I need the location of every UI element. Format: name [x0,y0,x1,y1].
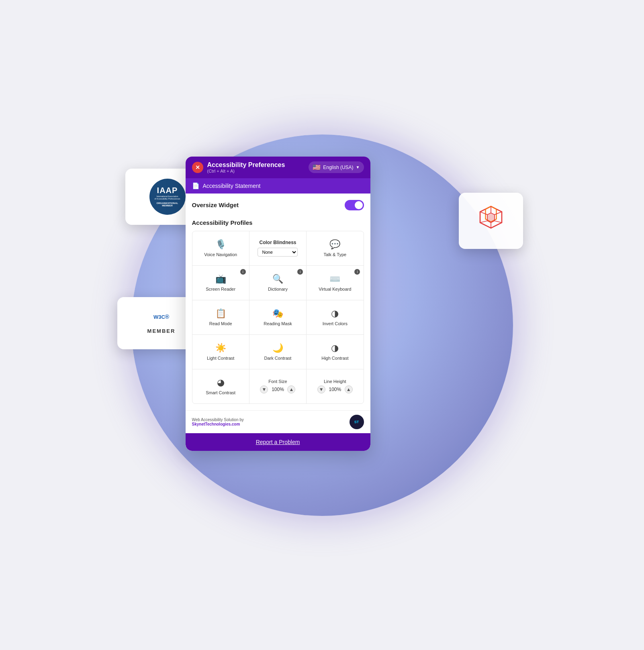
oversize-label: Oversize Widget [192,202,239,208]
w3c-member: MEMBER [147,328,176,334]
font-size-decrease-button[interactable]: ▼ [260,385,268,393]
color-blindness-cell: Color Blindness None Protanopia Deuteran… [249,231,307,265]
document-icon: 📄 [192,182,200,189]
iaap-badge: IAAP International Associationof Accessi… [149,179,186,215]
line-height-controls: ▼ 100% ▲ [317,385,353,393]
line-height-cell: Line Height ▼ 100% ▲ [307,369,363,403]
microphone-icon: 🎙️ [215,239,226,250]
feature-grid: 🎙️ Voice Navigation Color Blindness None… [192,231,364,404]
sun-icon: ☀️ [215,343,226,353]
panel-body: Oversize Widget Accessibility Profiles 🎙… [186,194,370,410]
dictionary-cell[interactable]: i 🔍 Dictionary [249,266,307,300]
feature-row-4: ☀️ Light Contrast 🌙 Dark Contrast ◑ High… [192,335,364,369]
light-contrast-label: Light Contrast [207,356,234,361]
svg-line-6 [495,221,502,223]
accessibility-panel: ✕ Accessibility Preferences (Ctrl + Alt … [186,157,370,451]
moon-icon: 🌙 [272,343,283,353]
panel-shortcut: (Ctrl + Alt + A) [207,169,285,173]
color-blindness-select[interactable]: None Protanopia Deuteranopia Tritanopia [258,248,298,257]
laravel-card [459,193,523,249]
feature-row-3: 📋 Read Mode 🎭 Reading Mask ◑ Invert Colo… [192,300,364,335]
virtual-keyboard-cell[interactable]: i ⌨️ Virtual Keyboard [307,266,363,300]
line-height-increase-button[interactable]: ▲ [345,385,353,393]
reading-mask-icon: 🎭 [272,308,283,319]
feature-row-5: ◕ Smart Contrast Font Size ▼ 100% ▲ [192,369,364,403]
reading-mask-label: Reading Mask [264,321,292,326]
read-mode-label: Read Mode [209,321,232,326]
dark-contrast-label: Dark Contrast [264,356,292,361]
scene: IAAP International Associationof Accessi… [101,104,543,546]
oversize-toggle[interactable] [345,200,364,210]
panel-title: Accessibility Preferences [207,161,285,169]
laravel-icon [473,203,509,239]
color-blindness-label: Color Blindness [259,240,296,245]
language-selector[interactable]: 🇺🇸 English (USA) ▼ [309,161,364,173]
voice-navigation-label: Voice Navigation [204,252,237,257]
dictionary-icon: 🔍 [272,274,283,284]
w3c-logo: W3C® [153,312,169,326]
font-size-label: Font Size [268,379,287,384]
screen-reader-info-icon: i [240,269,246,275]
accessibility-statement-bar[interactable]: 📄 Accessibility Statement [186,178,370,194]
high-contrast-icon: ◑ [331,343,339,353]
font-size-cell: Font Size ▼ 100% ▲ [249,369,307,403]
flag-icon: 🇺🇸 [313,163,321,171]
language-text: English (USA) [323,165,353,170]
profiles-label: Accessibility Profiles [192,219,364,226]
panel-header-left: ✕ Accessibility Preferences (Ctrl + Alt … [192,161,285,173]
chevron-down-icon: ▼ [356,165,360,169]
footer-line1: Web Accessibility Solution by [192,418,244,422]
svg-line-7 [480,221,487,223]
high-contrast-label: High Contrast [321,356,348,361]
chat-icon: 💬 [329,239,340,250]
skynet-logo: ST [350,415,364,429]
svg-marker-2 [487,213,495,222]
feature-row-1: 🎙️ Voice Navigation Color Blindness None… [192,231,364,266]
panel-title-block: Accessibility Preferences (Ctrl + Alt + … [207,161,285,173]
dark-contrast-cell[interactable]: 🌙 Dark Contrast [249,335,307,369]
invert-colors-cell[interactable]: ◑ Invert Colors [307,300,363,334]
panel-header: ✕ Accessibility Preferences (Ctrl + Alt … [186,157,370,178]
talk-type-label: Talk & Type [323,252,346,257]
dictionary-info-icon: i [297,269,303,275]
footer-line2: SkynetTechnologies.com [192,422,244,426]
report-problem-button[interactable]: Report a Problem [186,433,370,451]
iaap-title: IAAP [157,186,178,195]
toggle-knob [355,201,363,209]
screen-reader-cell[interactable]: i 📺 Screen Reader [192,266,249,300]
font-size-controls: ▼ 100% ▲ [260,385,295,393]
svg-line-5 [480,212,487,214]
reading-mask-cell[interactable]: 🎭 Reading Mask [249,300,307,334]
screen-reader-label: Screen Reader [206,287,235,291]
iaap-org: ORGANIZATIONAL MEMBER [154,201,181,208]
line-height-decrease-button[interactable]: ▼ [317,385,325,393]
smart-contrast-cell[interactable]: ◕ Smart Contrast [192,369,249,403]
light-contrast-cell[interactable]: ☀️ Light Contrast [192,335,249,369]
read-mode-cell[interactable]: 📋 Read Mode [192,300,249,334]
smart-contrast-label: Smart Contrast [206,390,235,395]
iaap-subtitle: International Associationof Accessibilit… [153,195,182,200]
screen-reader-icon: 📺 [215,274,226,284]
line-height-value: 100% [328,387,342,392]
font-size-value: 100% [270,387,285,392]
smart-contrast-icon: ◕ [217,377,225,388]
high-contrast-cell[interactable]: ◑ High Contrast [307,335,363,369]
talk-and-type-cell[interactable]: 💬 Talk & Type [307,231,363,265]
voice-navigation-cell[interactable]: 🎙️ Voice Navigation [192,231,249,265]
svg-line-4 [495,212,502,214]
dictionary-label: Dictionary [268,287,288,291]
read-mode-icon: 📋 [215,308,226,319]
footer-text-block: Web Accessibility Solution by SkynetTech… [192,418,244,426]
keyboard-icon: ⌨️ [329,274,340,284]
feature-row-2: i 📺 Screen Reader i 🔍 Dictionary i ⌨️ [192,266,364,300]
invert-colors-label: Invert Colors [323,321,348,326]
virtual-keyboard-label: Virtual Keyboard [319,287,351,291]
invert-colors-icon: ◑ [331,308,339,319]
statement-label: Accessibility Statement [203,183,261,189]
oversize-widget-row: Oversize Widget [192,200,364,214]
panel-footer: Web Accessibility Solution by SkynetTech… [186,410,370,433]
virtual-keyboard-info-icon: i [354,269,360,275]
font-size-increase-button[interactable]: ▲ [287,385,295,393]
close-button[interactable]: ✕ [192,162,203,173]
line-height-label: Line Height [324,379,346,384]
